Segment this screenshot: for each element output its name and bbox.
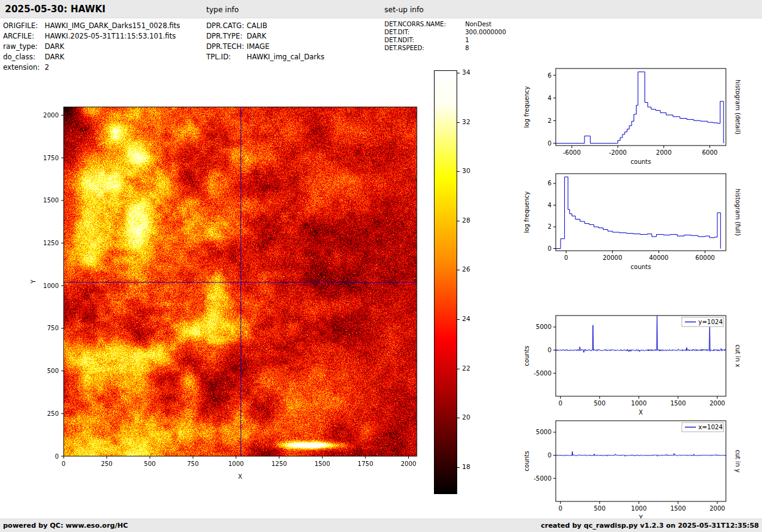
y-axis-label: log frequency — [523, 191, 530, 234]
plot-frame — [556, 316, 726, 396]
cut_in_x-plot: 0500100015002000-500005000Xcountscut in … — [519, 309, 747, 421]
colorbar-tick-label: 28 — [462, 216, 470, 224]
y-tick-label: 5000 — [536, 323, 551, 330]
x-tick-label: 1000 — [631, 400, 646, 407]
y-tick-label: 0 — [548, 452, 551, 459]
colorbar-tick-label: 18 — [462, 463, 470, 470]
colorbar-tick-label: 30 — [462, 167, 470, 174]
x-tick-label: 1750 — [357, 460, 373, 467]
field-label: DPR.TECH: — [206, 42, 247, 52]
info-row: DET.NCORRS.NAME:NonDest — [384, 20, 506, 28]
y-tick-label: 1250 — [43, 240, 59, 246]
right-axis-label: cut in y — [734, 449, 741, 472]
right-axis-label: histogram (full) — [734, 188, 741, 235]
x-axis-label: X — [238, 473, 242, 480]
colorbar-tick-label: 32 — [462, 118, 470, 125]
histogram_detail-plot: -6000-2000200060000246countslog frequenc… — [519, 62, 747, 168]
x-axis-label: counts — [630, 264, 651, 270]
y-tick-label: 5000 — [536, 429, 551, 435]
field-label: raw_type: — [3, 42, 45, 52]
field-label: ARCFILE: — [3, 31, 45, 42]
field-label: DET.DIT: — [384, 28, 465, 36]
legend-label: y=1024 — [698, 319, 723, 325]
field-value: HAWKI_IMG_DARK_Darks151_0028.fits — [45, 21, 180, 31]
colorbar-tick — [457, 73, 460, 73]
x-tick-label: 2000 — [709, 400, 725, 407]
y-tick-label: 1500 — [43, 197, 59, 204]
footer-right-text: created by qc_rawdisp.py v1.2.3 on 2025-… — [541, 522, 759, 530]
type-info-section-label: type info — [206, 6, 239, 14]
field-label: do_class: — [3, 52, 45, 62]
field-value: 1 — [465, 36, 469, 44]
y-axis-label: counts — [523, 451, 530, 471]
x-tick-label: 1000 — [228, 460, 244, 467]
colorbar-gradient — [434, 70, 457, 494]
field-label: DET.NDIT: — [384, 36, 465, 44]
field-value: HAWKI_img_cal_Darks — [247, 52, 324, 62]
field-label: DPR.CATG: — [206, 21, 247, 31]
type-info-block: DPR.CATG:CALIB DPR.TYPE:DARK DPR.TECH:IM… — [206, 21, 324, 62]
x-tick-label: 1500 — [670, 400, 685, 407]
x-tick-label: -2000 — [609, 149, 627, 156]
x-tick-label: 6000 — [702, 149, 717, 156]
colorbar-tick-label: 20 — [462, 413, 470, 421]
y-tick-label: 0 — [548, 245, 551, 252]
colorbar-tick-label: 26 — [462, 265, 470, 273]
x-tick-label: 40000 — [649, 254, 668, 261]
info-row: DET.DIT:300.0000000 — [384, 28, 506, 36]
series-path — [556, 452, 726, 457]
y-tick-label: 6 — [548, 180, 551, 187]
field-value: 300.0000000 — [465, 28, 506, 36]
x-tick-label: 0 — [558, 400, 562, 407]
y-tick-label: 250 — [47, 410, 59, 417]
histogram_full-plot: 02000040000600000246countslog frequencyh… — [519, 168, 747, 273]
colorbar-tick-label: 22 — [462, 364, 470, 372]
info-row: TPL.ID:HAWKI_img_cal_Darks — [206, 52, 324, 62]
y-tick-label: 0 — [548, 140, 551, 147]
y-tick-label: 500 — [47, 368, 59, 374]
field-label: DET.NCORRS.NAME: — [384, 20, 465, 28]
colorbar-tick — [457, 171, 460, 172]
x-tick-label: 1500 — [670, 505, 685, 512]
plot-frame — [556, 421, 726, 501]
field-label: ORIGFILE: — [3, 21, 45, 31]
x-tick-label: 2000 — [401, 460, 416, 467]
x-tick-label: 1500 — [315, 460, 330, 467]
footer-left-text: powered by QC: www.eso.org/HC — [3, 522, 128, 530]
field-value: CALIB — [247, 21, 267, 31]
x-tick-label: 2000 — [656, 149, 671, 156]
y-axis-label: log frequency — [523, 86, 530, 128]
info-row: raw_type:DARK — [3, 42, 180, 52]
y-tick-label: 2 — [548, 223, 551, 230]
field-label: extension: — [3, 62, 45, 73]
setup-info-section-label: set-up info — [384, 6, 424, 14]
cut_in_y-plot: 0500100015002000-500005000Ycountscut in … — [519, 415, 747, 526]
x-tick-label: 60000 — [695, 254, 715, 261]
y-tick-label: 4 — [548, 202, 551, 209]
footer-bar: powered by QC: www.eso.org/HC created by… — [0, 519, 762, 532]
y-tick-label: -5000 — [534, 475, 551, 482]
colorbar-tick — [457, 122, 460, 123]
colorbar: 182022242628303234 — [434, 70, 473, 494]
y-tick-label: 4 — [548, 95, 551, 102]
colorbar-tick — [457, 467, 460, 468]
main-image-axes: 0250500750100012501500175020000250500750… — [24, 92, 471, 501]
field-value: HAWKI.2025-05-31T11:15:53.101.fits — [45, 31, 176, 42]
x-tick-label: 500 — [144, 460, 155, 467]
setup-info-block: DET.NCORRS.NAME:NonDest DET.DIT:300.0000… — [384, 20, 506, 52]
info-row: ARCFILE:HAWKI.2025-05-31T11:15:53.101.fi… — [3, 31, 180, 42]
x-tick-label: 20000 — [603, 254, 622, 261]
series-path — [556, 72, 723, 144]
info-row: extension:2 — [3, 62, 180, 73]
y-axis-label: Y — [30, 279, 37, 284]
field-value: DARK — [45, 42, 64, 52]
x-tick-label: 0 — [62, 460, 65, 467]
colorbar-tick — [457, 319, 460, 320]
colorbar-tick-label: 24 — [462, 315, 470, 322]
field-value: 2 — [45, 62, 49, 73]
y-tick-label: 1000 — [43, 283, 59, 289]
y-tick-label: 750 — [47, 325, 59, 331]
colorbar-tick — [457, 369, 460, 369]
x-tick-label: 1000 — [631, 505, 646, 512]
field-value: 8 — [465, 44, 469, 52]
